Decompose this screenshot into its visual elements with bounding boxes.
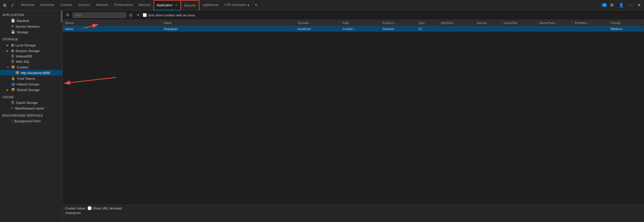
tab-security[interactable]: Security (181, 0, 199, 10)
local-storage-icon: ▦ (11, 43, 14, 47)
filter-options-button[interactable]: ⊞ (128, 12, 134, 18)
cell-sameparty (537, 26, 572, 32)
sync-button[interactable]: 👤 (617, 1, 626, 9)
indexeddb-icon: 🗄 (11, 54, 14, 58)
cell-httponly (438, 26, 474, 32)
session-storage-expander: ▶ (7, 49, 10, 52)
main-layout: Application 📄 Manifest ⚙ Service Workers… (0, 10, 644, 222)
background-fetch-icon: ↕ (11, 119, 13, 123)
sidebar-item-indexeddb[interactable]: 🗄 IndexedDB (0, 54, 62, 59)
bg-services-section-title: Background Services (0, 111, 62, 118)
show-url-decoded-checkbox[interactable] (88, 206, 92, 210)
col-header-partition[interactable]: Partition ... (572, 20, 608, 26)
tab-welcome[interactable]: Welcome (18, 0, 38, 10)
tab-lighthouse[interactable]: Lighthouse (199, 0, 222, 10)
cookie-value-header: Cookie Value Show URL decoded (65, 206, 642, 210)
col-header-domain[interactable]: Domain (295, 20, 340, 26)
clear-filter-button[interactable]: ✕ (135, 12, 141, 18)
cell-path: /cookie-... (340, 26, 380, 32)
table-row[interactable]: name zhangsan localhost /cookie-... Sess… (63, 26, 644, 32)
sidebar-item-trust-tokens[interactable]: 🔒 Trust Tokens (0, 76, 62, 81)
cookies-label: Cookies (17, 65, 29, 69)
only-show-cookies-checkbox[interactable] (143, 13, 147, 17)
cache-storage-label: Cache Storage (16, 101, 38, 104)
trust-tokens-icon: 🔒 (11, 76, 15, 80)
col-header-priority[interactable]: Priority (608, 20, 644, 26)
service-workers-label: Service Workers (16, 25, 39, 28)
col-header-httponly[interactable]: HttpOnly (438, 20, 474, 26)
sidebar-item-session-storage[interactable]: ▶ ▦ Session Storage (0, 48, 62, 54)
more-button[interactable]: ⋯ (627, 1, 634, 9)
session-storage-label: Session Storage (16, 49, 40, 53)
interest-groups-icon: 👥 (11, 82, 15, 86)
tab-network[interactable]: Network (93, 0, 111, 10)
cookies-localhost-icon: 🍪 (15, 71, 19, 75)
sidebar-item-web-sql[interactable]: 🗄 Web SQL (0, 59, 62, 64)
trust-tokens-label: Trust Tokens (17, 77, 35, 80)
shared-storage-expander: ▶ (7, 88, 10, 91)
only-show-cookies-label[interactable]: Only show cookies with an issue (143, 13, 195, 17)
local-storage-expander: ▶ (7, 44, 10, 47)
cookie-value-text: zhangsan (65, 211, 642, 215)
dock-button[interactable]: ⤢ (9, 1, 16, 9)
settings-button[interactable]: ⚙ (608, 1, 616, 9)
shared-storage-label: Shared Storage (17, 88, 40, 92)
col-header-secure[interactable]: Secure (474, 20, 501, 26)
tab-bar: ⊞ ⤢ Welcome Elements Console Sources Net… (0, 0, 644, 10)
cookies-localhost-label: http://localhost:8080 (21, 71, 50, 75)
devtools-menu-button[interactable]: ⊞ (1, 1, 8, 9)
sidebar-item-manifest[interactable]: 📄 Manifest (0, 18, 62, 24)
manifest-icon: 📄 (11, 19, 15, 23)
col-header-value[interactable]: Value (161, 20, 295, 26)
tab-sources[interactable]: Sources (75, 0, 93, 10)
interest-groups-label: Interest Groups (17, 82, 39, 86)
tab-bar-left-icons: ⊞ ⤢ (1, 1, 16, 9)
tab-memory[interactable]: Memory (136, 0, 154, 10)
cell-domain: localhost (295, 26, 340, 32)
cell-value: zhangsan (161, 26, 295, 32)
filter-input[interactable] (72, 12, 126, 18)
tab-application[interactable]: Application ✕ (154, 0, 181, 10)
tab-console[interactable]: Console (57, 0, 75, 10)
col-header-path[interactable]: Path (340, 20, 380, 26)
background-fetch-label: Background Fetch (14, 119, 41, 123)
cell-partition (572, 26, 608, 32)
tab-application-close[interactable]: ✕ (174, 3, 178, 7)
web-sql-icon: 🗄 (11, 60, 14, 63)
cell-priority: Medium (608, 26, 644, 32)
tab-performance[interactable]: Performance (111, 0, 136, 10)
sidebar-item-back-forward-cache[interactable]: ↩ Back/forward cache (0, 105, 62, 111)
add-tab-button[interactable]: + (253, 2, 259, 8)
cookies-expander: ▼ (7, 66, 10, 69)
service-workers-icon: ⚙ (11, 24, 14, 28)
col-header-name[interactable]: Name (63, 20, 161, 26)
sidebar-item-shared-storage[interactable]: ▶ 📦 Shared Storage (0, 87, 62, 93)
refresh-button[interactable]: ↻ (65, 12, 71, 18)
tab-elements[interactable]: Elements (38, 0, 57, 10)
col-header-size[interactable]: Size (416, 20, 438, 26)
sidebar-item-local-storage[interactable]: ▶ ▦ Local Storage (0, 42, 62, 48)
sidebar-scroll-indicator (61, 10, 62, 22)
col-header-sameparty[interactable]: SameParty (537, 20, 572, 26)
manifest-label: Manifest (17, 19, 29, 23)
sidebar-item-background-fetch[interactable]: ↕ Background Fetch (0, 118, 62, 124)
shared-storage-icon: 📦 (11, 88, 15, 92)
show-url-decoded-label[interactable]: Show URL decoded (88, 206, 122, 210)
local-storage-label: Local Storage (16, 43, 36, 47)
cell-expires: Session (380, 26, 416, 32)
col-header-samesite[interactable]: SameSite (501, 20, 537, 26)
session-storage-icon: ▦ (11, 49, 14, 53)
cell-size: 12 (416, 26, 438, 32)
close-devtools-button[interactable]: ✕ (636, 1, 643, 9)
sidebar-item-cache-storage[interactable]: 🗄 Cache Storage (0, 100, 62, 105)
table-header-row: Name Value Domain Path Expires / ... Siz… (63, 20, 644, 26)
col-header-expires[interactable]: Expires / ... (380, 20, 416, 26)
issues-badge[interactable]: 7 (602, 3, 607, 7)
sidebar-item-service-workers[interactable]: ⚙ Service Workers (0, 24, 62, 29)
tab-css-overview[interactable]: CSS Overview ▲ (222, 0, 253, 10)
sidebar-item-interest-groups[interactable]: 👥 Interest Groups (0, 81, 62, 87)
sidebar-item-storage[interactable]: 💾 Storage (0, 29, 62, 35)
back-forward-cache-icon: ↩ (11, 106, 14, 110)
sidebar-item-cookies[interactable]: ▼ 🍪 Cookies (0, 64, 62, 70)
sidebar-item-cookies-localhost[interactable]: 🍪 http://localhost:8080 (0, 70, 62, 76)
